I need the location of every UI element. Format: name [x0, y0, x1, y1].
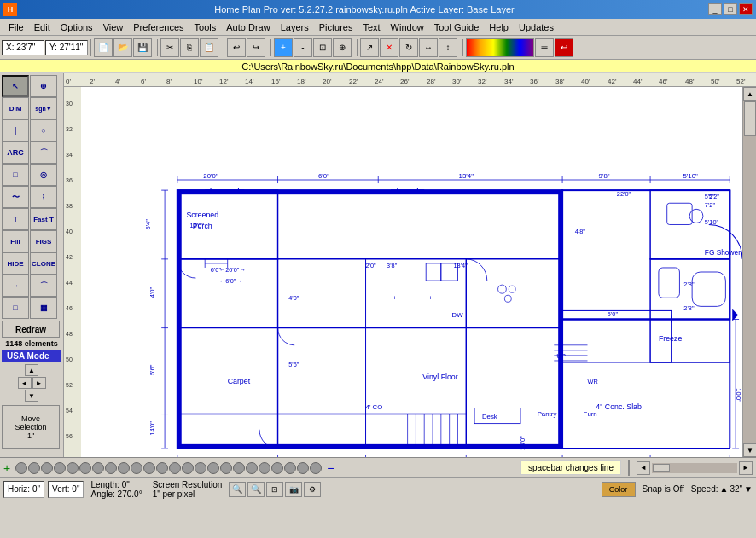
mirror-tool-btn[interactable]: ↕	[439, 38, 457, 57]
dot-7[interactable]	[92, 462, 104, 474]
zoom-camera-status[interactable]: 📷	[285, 482, 302, 497]
dot-13[interactable]	[169, 462, 181, 474]
nav-left-button[interactable]: ◄	[18, 377, 32, 389]
rect-tool-left[interactable]: □	[2, 164, 29, 186]
menu-help[interactable]: Help	[484, 20, 514, 34]
h-scroll-left[interactable]: ◄	[637, 461, 650, 475]
hide-tool-left[interactable]: HIDE	[2, 252, 29, 275]
vertical-scrollbar[interactable]: ▲ ▼	[742, 87, 756, 457]
usa-mode-button[interactable]: USA Mode	[2, 350, 61, 362]
menu-edit[interactable]: Edit	[29, 20, 55, 34]
delete-tool-btn[interactable]: ✕	[380, 38, 398, 57]
close-button[interactable]: ✕	[739, 3, 753, 15]
nav-right-button[interactable]: ►	[32, 377, 46, 389]
zoom-out-button[interactable]: -	[294, 38, 312, 57]
drawing-canvas[interactable]: 20'0" 6'0" 13'4" 9'8" 5'10" 7'2" 5'10" 5…	[81, 87, 742, 457]
dot-9[interactable]	[118, 462, 130, 474]
dot-10[interactable]	[131, 462, 142, 474]
menu-tools[interactable]: Tools	[189, 20, 222, 34]
arrow-tool-left[interactable]: →	[2, 275, 29, 297]
select-tool-left[interactable]: ↖	[2, 75, 29, 97]
stair-tool-left[interactable]: ⌇	[30, 186, 57, 208]
menu-toolguide[interactable]: Tool Guide	[429, 20, 485, 34]
minimize-button[interactable]: _	[708, 3, 722, 15]
move-selection-panel[interactable]: MoveSelection1"	[2, 405, 60, 449]
text-tool-left[interactable]: T	[2, 208, 29, 230]
arc-tool-left[interactable]: ARC	[2, 142, 29, 164]
circle-tool-left[interactable]: ○	[30, 119, 57, 142]
zoom-in-button[interactable]: +	[274, 38, 293, 57]
dot-20[interactable]	[259, 462, 270, 474]
redraw-button[interactable]: Redraw	[2, 321, 60, 338]
dot-19[interactable]	[246, 462, 258, 474]
scroll-track[interactable]	[743, 101, 756, 443]
grid-tool-left[interactable]: ▦	[30, 297, 57, 319]
zoom-fit-button[interactable]: ⊡	[313, 38, 332, 57]
line-tool-left[interactable]: |	[2, 119, 29, 142]
dot-22[interactable]	[284, 462, 296, 474]
remove-button[interactable]: −	[327, 461, 334, 475]
h-scroll-track[interactable]	[652, 463, 737, 473]
nav-up-button[interactable]: ▲	[25, 364, 38, 376]
nav-down-button[interactable]: ▼	[25, 390, 38, 402]
redo-button[interactable]: ↪	[247, 38, 265, 57]
scroll-up-button[interactable]: ▲	[743, 87, 756, 101]
dot-16[interactable]	[207, 462, 219, 474]
h-scroll-right[interactable]: ►	[739, 461, 753, 475]
menu-file[interactable]: File	[3, 20, 29, 34]
dot-6[interactable]	[79, 462, 91, 474]
dot-5[interactable]	[67, 462, 79, 474]
color-box[interactable]: Color	[602, 482, 636, 497]
oval-tool-left[interactable]: ◎	[30, 164, 57, 186]
undo-red-btn[interactable]: ↩	[555, 38, 573, 57]
menu-preferences[interactable]: Preferences	[128, 20, 189, 34]
speed-down-btn[interactable]: ▼	[744, 484, 753, 494]
zoom-in-status[interactable]: 🔍	[229, 482, 246, 497]
dot-14[interactable]	[182, 462, 194, 474]
dot-8[interactable]	[105, 462, 117, 474]
bend-tool-left[interactable]: ⌒	[30, 275, 57, 297]
dot-2[interactable]	[28, 462, 40, 474]
menu-updates[interactable]: Updates	[514, 20, 559, 34]
dot-1[interactable]	[15, 462, 27, 474]
new-button[interactable]: 📄	[94, 38, 113, 57]
sign-tool[interactable]: sgn▼	[30, 97, 57, 119]
dot-3[interactable]	[41, 462, 53, 474]
dot-21[interactable]	[271, 462, 283, 474]
save-button[interactable]: 💾	[133, 38, 152, 57]
zoom-fit-status[interactable]: ⊡	[266, 482, 283, 497]
cut-button[interactable]: ✂	[160, 38, 179, 57]
dot-23[interactable]	[297, 462, 309, 474]
dot-15[interactable]	[195, 462, 206, 474]
menu-text[interactable]: Text	[358, 20, 385, 34]
open-button[interactable]: 📂	[113, 38, 132, 57]
dot-12[interactable]	[156, 462, 168, 474]
menu-autodraw[interactable]: Auto Draw	[221, 20, 275, 34]
add-button[interactable]: +	[3, 461, 10, 475]
dot-17[interactable]	[220, 462, 232, 474]
flip-tool-btn[interactable]: ↔	[419, 38, 438, 57]
speed-up-btn[interactable]: ▲	[720, 484, 729, 494]
line-style-btn[interactable]: ═	[535, 38, 554, 57]
clone-tool-left[interactable]: CLONE	[30, 252, 57, 275]
menu-view[interactable]: View	[98, 20, 129, 34]
dot-11[interactable]	[143, 462, 155, 474]
zoom-select-button[interactable]: ⊕	[333, 38, 352, 57]
dot-18[interactable]	[233, 462, 245, 474]
copy-button[interactable]: ⎘	[180, 38, 199, 57]
rotate-tool-btn[interactable]: ↻	[399, 38, 418, 57]
menu-window[interactable]: Window	[386, 20, 429, 34]
zoom-tool-left[interactable]: ⊕	[30, 75, 57, 97]
scroll-down-button[interactable]: ▼	[743, 443, 756, 457]
zoom-settings-status[interactable]: ⚙	[304, 482, 321, 497]
dot-24[interactable]	[310, 462, 322, 474]
scroll-thumb[interactable]	[744, 101, 756, 136]
box-tool-left[interactable]: □	[2, 297, 29, 319]
fast-text-tool-left[interactable]: Fast T	[30, 208, 57, 230]
select-tool-btn[interactable]: ↗	[360, 38, 379, 57]
menu-options[interactable]: Options	[55, 20, 98, 34]
menu-layers[interactable]: Layers	[276, 20, 314, 34]
menu-pictures[interactable]: Pictures	[314, 20, 358, 34]
color-bar[interactable]	[466, 38, 534, 57]
paste-button[interactable]: 📋	[200, 38, 218, 57]
